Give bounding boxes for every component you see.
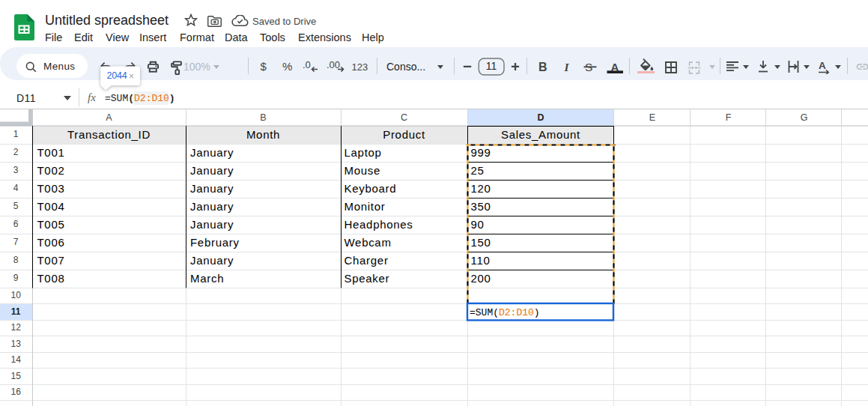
svg-text:150: 150 — [471, 236, 491, 249]
svg-text:T003: T003 — [37, 182, 65, 195]
svg-text:D: D — [537, 112, 544, 123]
svg-text:January: January — [190, 218, 234, 231]
svg-text:15: 15 — [11, 371, 22, 381]
svg-text:February: February — [190, 236, 240, 249]
svg-text:Speaker: Speaker — [345, 272, 390, 285]
svg-text:350: 350 — [471, 200, 491, 213]
svg-text:Sales_Amount: Sales_Amount — [501, 128, 580, 141]
svg-text:Laptop: Laptop — [345, 146, 382, 159]
svg-text:March: March — [190, 272, 224, 285]
svg-text:G: G — [801, 112, 808, 123]
svg-text:1: 1 — [13, 129, 19, 139]
svg-text:.0: .0 — [303, 60, 311, 70]
svg-text:T005: T005 — [37, 218, 65, 231]
svg-text:14: 14 — [11, 354, 22, 365]
svg-text:I: I — [564, 61, 570, 73]
svg-text:=SUM(D2:D10): =SUM(D2:D10) — [470, 307, 540, 318]
svg-text:Keyboard: Keyboard — [345, 182, 397, 195]
svg-text:90: 90 — [471, 218, 485, 231]
svg-text:Mouse: Mouse — [345, 164, 381, 177]
svg-text:11: 11 — [11, 306, 21, 317]
svg-text:999: 999 — [471, 146, 491, 159]
svg-text:T008: T008 — [37, 272, 65, 285]
svg-text:C: C — [401, 112, 407, 123]
svg-text:T006: T006 — [37, 236, 65, 249]
svg-text:January: January — [190, 200, 234, 213]
svg-text:11: 11 — [486, 60, 497, 72]
svg-text:Month: Month — [246, 128, 280, 141]
svg-text:B: B — [538, 61, 547, 73]
svg-text:T004: T004 — [37, 200, 65, 213]
svg-text:9: 9 — [13, 273, 19, 283]
svg-text:Transaction_ID: Transaction_ID — [67, 128, 151, 141]
svg-text:January: January — [190, 164, 234, 177]
svg-text:T002: T002 — [37, 164, 65, 177]
svg-text:16: 16 — [11, 387, 22, 397]
svg-text:120: 120 — [471, 182, 491, 195]
svg-text:Headphones: Headphones — [345, 218, 413, 231]
svg-text:4: 4 — [13, 183, 19, 193]
svg-text:10: 10 — [11, 290, 22, 300]
svg-text:2: 2 — [13, 147, 19, 157]
svg-text:January: January — [190, 254, 234, 267]
svg-text:110: 110 — [471, 254, 491, 267]
svg-text:Product: Product — [383, 128, 425, 141]
svg-text:A: A — [819, 60, 826, 71]
svg-text:Webcam: Webcam — [345, 236, 392, 249]
svg-text:T001: T001 — [37, 146, 65, 159]
svg-text:A: A — [106, 112, 112, 123]
svg-text:E: E — [649, 112, 655, 123]
svg-text:Monitor: Monitor — [345, 200, 386, 213]
svg-text:7: 7 — [13, 237, 19, 247]
svg-text:12: 12 — [11, 322, 22, 333]
svg-text:25: 25 — [471, 164, 485, 177]
svg-text:F: F — [726, 112, 732, 123]
svg-text:6: 6 — [13, 219, 19, 229]
svg-text:January: January — [190, 146, 234, 159]
svg-text:T007: T007 — [37, 254, 65, 267]
svg-text:5: 5 — [13, 201, 19, 211]
svg-text:8: 8 — [13, 255, 19, 265]
svg-text:Charger: Charger — [345, 254, 389, 267]
svg-text:3: 3 — [13, 165, 19, 175]
svg-text:January: January — [190, 182, 234, 195]
svg-text:200: 200 — [471, 272, 491, 285]
svg-text:B: B — [260, 112, 266, 123]
svg-text:13: 13 — [11, 339, 22, 349]
